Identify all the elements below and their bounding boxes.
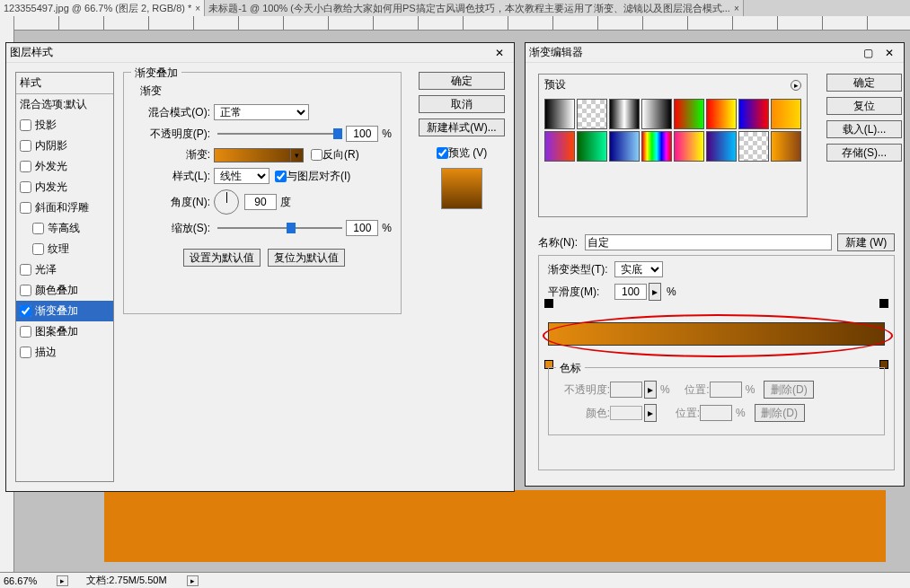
blend-header[interactable]: 混合选项:默认 — [16, 93, 113, 115]
titlebar[interactable]: 图层样式 ✕ — [6, 43, 514, 63]
preset-swatch[interactable] — [577, 131, 607, 162]
preset-swatch[interactable] — [544, 131, 575, 162]
angle-input[interactable] — [244, 194, 277, 210]
scale-input[interactable] — [346, 220, 378, 236]
pct: % — [382, 127, 392, 140]
ruler-horizontal — [14, 16, 910, 31]
preset-swatch[interactable] — [771, 99, 801, 129]
style-label: 样式(L): — [137, 169, 210, 184]
reverse-check[interactable]: 反向(R) — [311, 147, 359, 162]
style-item-渐变叠加[interactable]: 渐变叠加 — [16, 301, 113, 321]
cancel-button[interactable]: 取消 — [419, 95, 505, 113]
load-button[interactable]: 载入(L)... — [826, 120, 902, 138]
scale-label: 缩放(S): — [137, 221, 210, 236]
gradient-bar[interactable] — [548, 322, 885, 346]
style-item-投影[interactable]: 投影 — [16, 115, 113, 136]
gradient-label: 渐变: — [137, 147, 210, 162]
close-icon[interactable]: × — [734, 4, 739, 13]
gradient-swatch[interactable]: ▾ — [214, 148, 304, 162]
preset-swatch[interactable] — [706, 131, 737, 162]
style-item-描边[interactable]: 描边 — [16, 342, 113, 363]
preset-swatch[interactable] — [544, 99, 575, 129]
preset-swatch[interactable] — [706, 99, 737, 129]
ok-button[interactable]: 确定 — [419, 72, 505, 90]
style-select[interactable]: 线性 — [214, 168, 269, 184]
align-check[interactable]: 与图层对齐(I) — [275, 169, 350, 184]
scale-slider[interactable] — [217, 222, 342, 234]
preset-grid — [539, 95, 807, 171]
preset-swatch[interactable] — [771, 131, 801, 162]
stop-location-label: 位置: — [669, 406, 700, 421]
opacity-slider[interactable] — [217, 127, 342, 140]
style-item-光泽[interactable]: 光泽 — [16, 259, 113, 280]
newstyle-button[interactable]: 新建样式(W)... — [419, 118, 505, 136]
smooth-input[interactable] — [614, 284, 647, 300]
delete-button: 删除(D) — [755, 404, 805, 422]
preset-swatch[interactable] — [609, 99, 640, 129]
flyout-icon[interactable]: ▸ — [791, 80, 801, 91]
stop-location-label: 位置: — [679, 382, 710, 398]
presets-panel: 预设▸ — [538, 74, 808, 217]
set-default-button[interactable]: 设置为默认值 — [183, 249, 261, 267]
tab-doc-1[interactable]: 123355497.jpg @ 66.7% (图层 2, RGB/8) * × — [0, 0, 205, 16]
style-item-内发光[interactable]: 内发光 — [16, 177, 113, 197]
opacity-stop-right[interactable] — [879, 299, 888, 308]
opacity-stop-left[interactable] — [544, 299, 553, 308]
preset-swatch[interactable] — [738, 131, 769, 162]
reset-default-button[interactable]: 复位为默认值 — [268, 249, 345, 267]
style-item-内阴影[interactable]: 内阴影 — [16, 136, 113, 156]
presets-label: 预设▸ — [539, 75, 807, 95]
close-icon[interactable]: ✕ — [489, 45, 510, 61]
preset-swatch[interactable] — [577, 99, 607, 129]
new-button[interactable]: 新建 (W) — [837, 233, 895, 251]
name-input[interactable] — [585, 234, 832, 250]
save-button[interactable]: 存储(S)... — [826, 144, 902, 162]
dialog-buttons: 确定 复位 载入(L)... 存储(S)... — [826, 74, 895, 162]
ok-button[interactable]: 确定 — [826, 74, 902, 92]
type-select[interactable]: 实底 — [614, 261, 663, 277]
style-item-斜面和浮雕[interactable]: 斜面和浮雕 — [16, 197, 113, 218]
reset-button[interactable]: 复位 — [826, 97, 902, 115]
preset-swatch[interactable] — [641, 99, 672, 129]
preview-check[interactable]: 预览 (V) — [419, 145, 505, 161]
style-item-等高线[interactable]: 等高线 — [16, 218, 113, 239]
delete-button: 删除(D) — [764, 381, 814, 399]
styles-list: 样式 混合选项:默认 投影内阴影外发光内发光斜面和浮雕等高线纹理光泽颜色叠加渐变… — [15, 72, 114, 482]
opacity-input[interactable] — [346, 126, 378, 142]
preset-swatch[interactable] — [674, 99, 704, 129]
close-icon[interactable]: × — [195, 4, 200, 13]
style-item-外发光[interactable]: 外发光 — [16, 156, 113, 177]
preset-swatch[interactable] — [674, 131, 704, 162]
style-options: 渐变叠加 渐变 混合模式(O): 正常 不透明度(P): % — [123, 72, 402, 482]
chevron-down-icon[interactable]: ▾ — [290, 149, 303, 162]
style-item-图案叠加[interactable]: 图案叠加 — [16, 321, 113, 342]
gradient-editor-dialog: 渐变编辑器 ▢ ✕ 确定 复位 载入(L)... 存储(S)... 预设▸ 名称… — [525, 42, 905, 487]
stop-opacity-label: 不透明度: — [558, 382, 610, 398]
styles-header[interactable]: 样式 — [16, 73, 113, 93]
opacity-label: 不透明度(P): — [137, 127, 210, 142]
chevron-right-icon[interactable]: ▸ — [57, 575, 68, 586]
close-icon[interactable]: ✕ — [879, 45, 900, 61]
chevron-right-icon: ▸ — [644, 381, 657, 399]
dialog-title: 渐变编辑器 — [529, 45, 857, 60]
preset-swatch[interactable] — [738, 99, 769, 129]
style-item-纹理[interactable]: 纹理 — [16, 239, 113, 259]
stop-location-input — [710, 382, 742, 398]
chevron-right-icon[interactable]: ▸ — [187, 575, 199, 586]
style-item-颜色叠加[interactable]: 颜色叠加 — [16, 280, 113, 301]
chevron-right-icon[interactable]: ▸ — [649, 283, 661, 301]
preset-swatch[interactable] — [641, 131, 672, 162]
angle-label: 角度(N): — [137, 195, 210, 210]
blendmode-select[interactable]: 正常 — [214, 104, 309, 120]
layer-style-dialog: 图层样式 ✕ 样式 混合选项:默认 投影内阴影外发光内发光斜面和浮雕等高线纹理光… — [5, 42, 515, 492]
maximize-icon[interactable]: ▢ — [857, 45, 879, 61]
tab-doc-2[interactable]: 未标题-1 @ 100% (今天小白教给大家如何用PS搞定古风调色技巧，本次教程… — [205, 0, 744, 16]
titlebar[interactable]: 渐变编辑器 ▢ ✕ — [526, 43, 904, 63]
preview-swatch — [441, 168, 482, 209]
type-label: 渐变类型(T): — [548, 262, 614, 277]
zoom-level[interactable]: 66.67% — [4, 575, 37, 586]
angle-dial[interactable] — [214, 189, 239, 215]
chevron-right-icon: ▸ — [644, 404, 657, 422]
dialog-buttons: 确定 取消 新建样式(W)... 预览 (V) — [419, 72, 505, 209]
preset-swatch[interactable] — [609, 131, 640, 162]
